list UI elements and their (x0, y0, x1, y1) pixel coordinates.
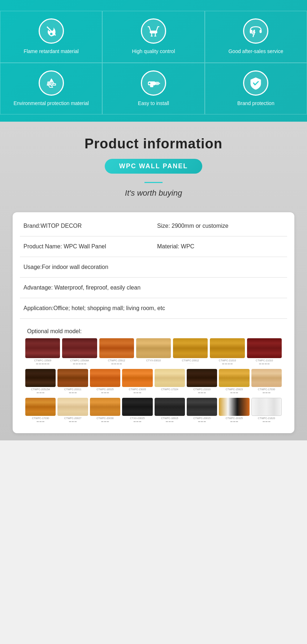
teal-divider (144, 182, 163, 183)
drill-icon (141, 70, 166, 96)
banner-cell-flame: Flame retardant material (0, 11, 102, 63)
svg-rect-11 (260, 30, 261, 33)
mold-label: CTWPC-20515A (31, 388, 50, 391)
mold-label: CTWPC-20027 (64, 417, 81, 419)
mold-label: CTWPC-21010 (219, 359, 236, 362)
mold-image (90, 369, 120, 387)
mold-image (62, 338, 97, 358)
mold-label: CTWPC-21010 (193, 388, 210, 391)
mold-image (57, 398, 88, 416)
banner-cell-install: Easy to install (102, 63, 204, 115)
mold-image (25, 398, 56, 416)
svg-rect-15 (154, 83, 156, 84)
mold-label: CTWPC-17030 (32, 417, 49, 419)
mold-item: CTWPC-16525 ▬ ▬ ▬ (90, 369, 120, 393)
mold-grid-row2: CTWPC-20515A ▬ ▬ ▬ CTWPC-20311 ▬ ▬ ▬ CTW… (23, 369, 284, 393)
mold-item: CTWPC-16915 ▬ ▬ ▬ (155, 398, 185, 422)
mold-dots: - - - - (167, 391, 172, 393)
eco-label: Environmental protection material (13, 100, 89, 107)
mold-label: CTWPC-15005 (129, 388, 146, 391)
mold-image (122, 369, 152, 387)
mold-image (173, 338, 208, 358)
mold-label: CTWPC-20015 (193, 417, 210, 419)
mold-dots: ▬ ▬ ▬ ▬ ▬ (73, 362, 86, 365)
mold-item: CTWPC-21620 ▬ ▬ ▬ (251, 398, 282, 422)
mold-image (187, 398, 217, 416)
mold-item: CTWPC-15509 ▬ ▬ ▬ ▬ ▬ (25, 338, 60, 365)
mold-item: CTWPC-20027 ▬ ▬ ▬ (57, 398, 88, 422)
mold-label: CTWPC-17324 (161, 388, 178, 391)
mold-label: CTWPC-15912 (108, 359, 125, 362)
product-name-cell: Product Name: WPC Wall Panel (23, 242, 150, 251)
application-cell: Application:Office; hotel; shopping mall… (23, 304, 284, 313)
banner-cell-service: 24 7 Good after-sales service (205, 11, 307, 63)
info-row-product: Product Name: WPC Wall Panel Material: W… (20, 236, 287, 257)
info-row-application: Application:Office; hotel; shopping mall… (20, 298, 287, 319)
svg-text:7: 7 (252, 32, 255, 38)
mold-item: CTWPC-21010 ▬ ▬ ▬ ▬ (210, 338, 245, 365)
mold-item: CTWPC-15508A ▬ ▬ ▬ ▬ ▬ (62, 338, 97, 365)
mold-item: CTXX-03025 ▬ ▬ ▬ (122, 398, 152, 422)
mold-item: CTYX-03010 · · · · · · (136, 338, 171, 365)
mold-image (247, 338, 282, 358)
mold-item: CTWPC-17324 - - - - (155, 369, 185, 393)
mold-item: CTWPC-21010 ▬ ▬ ▬ ▬ (247, 338, 282, 365)
mold-item: CTWPC-15923 ▬ ▬ ▬ (219, 369, 249, 393)
mold-item: CTWPC-20325 ▬ ▬ ▬ (219, 398, 249, 422)
mold-grid-row3: CTWPC-17030 ▬ ▬ ▬ CTWPC-20027 ▬ ▬ ▬ CTWP… (23, 398, 284, 422)
mold-label: CTWPC-16915 (161, 417, 178, 419)
mold-label: CTWPC-20912 (182, 359, 199, 362)
banner-cell-quality: High quality control (102, 11, 204, 63)
mold-image (25, 369, 56, 387)
mold-item: CTWPC-20515A ▬ ▬ ▬ (25, 369, 56, 393)
mold-dots: ▬ ▬ ▬ (134, 420, 141, 422)
mold-dots: ▬ ▬ ▬ (37, 420, 44, 422)
mold-image (90, 398, 120, 416)
info-row-advantage: Advantage: Waterproof, fireproof, easily… (20, 278, 287, 298)
mold-label: CTWPC-15509 (34, 359, 51, 362)
caliper-icon (141, 18, 166, 44)
product-section: Product information WPC WALL PANEL It's … (0, 122, 307, 440)
mold-image (219, 369, 249, 387)
mold-label: CTWPC-15923 (226, 388, 243, 391)
svg-point-17 (148, 82, 151, 84)
mold-dots: ▬ ▬ ▬ ▬ (222, 362, 233, 365)
mold-image (25, 338, 60, 358)
mold-item: CTWPC-21010 ▬ ▬ ▬ (187, 369, 217, 393)
mold-image (99, 338, 134, 358)
mold-dots: ▬ ▬ ▬ ▬ (111, 362, 122, 365)
mold-label: CTWPC-20030 (96, 417, 113, 419)
quality-label: High quality control (132, 48, 175, 55)
mold-image (251, 369, 282, 387)
mold-dots: ▬ ▬ ▬ ▬ (259, 362, 269, 365)
mold-dots: ▬ ▬ ▬ (69, 420, 77, 422)
mold-dots: ▬ ▬ ▬ (230, 420, 238, 422)
mold-section: Optional mold model: CTWPC-15509 ▬ ▬ ▬ ▬… (20, 319, 287, 430)
mold-grid-row1: CTWPC-15509 ▬ ▬ ▬ ▬ ▬ CTWPC-15508A ▬ ▬ ▬… (23, 338, 284, 365)
mold-image (210, 338, 245, 358)
shield-check-icon (243, 70, 268, 96)
mold-image (219, 398, 249, 416)
mold-image (155, 369, 185, 387)
svg-rect-16 (150, 85, 153, 87)
mold-dots: ▬ ▬ ▬ (37, 391, 44, 393)
mold-item: CTWPC-20912 - - - - - (173, 338, 208, 365)
info-row-usage: Usage:For indoor wall decoration (20, 257, 287, 278)
banner-cell-brand: Brand protection (205, 63, 307, 115)
mold-image (57, 369, 88, 387)
mold-title: Optional mold model: (23, 322, 284, 338)
mold-label: CTWPC-16525 (96, 388, 113, 391)
svg-rect-10 (250, 30, 252, 33)
size-cell: Size: 2900mm or customize (157, 222, 284, 230)
advantage-cell: Advantage: Waterproof, fireproof, easily… (23, 283, 284, 292)
material-cell: Material: WPC (157, 242, 284, 251)
mold-dots: ▬ ▬ ▬ (263, 420, 270, 422)
mold-image (155, 398, 185, 416)
brand-label: Brand protection (237, 100, 274, 107)
service-label: Good after-sales service (228, 48, 283, 55)
install-label: Easy to install (138, 100, 169, 107)
mold-dots: ▬ ▬ ▬ (198, 420, 206, 422)
wpc-badge: WPC WALL PANEL (105, 159, 202, 174)
mold-item: CTWPC-15912 ▬ ▬ ▬ ▬ (99, 338, 134, 365)
flame-icon (39, 18, 64, 44)
